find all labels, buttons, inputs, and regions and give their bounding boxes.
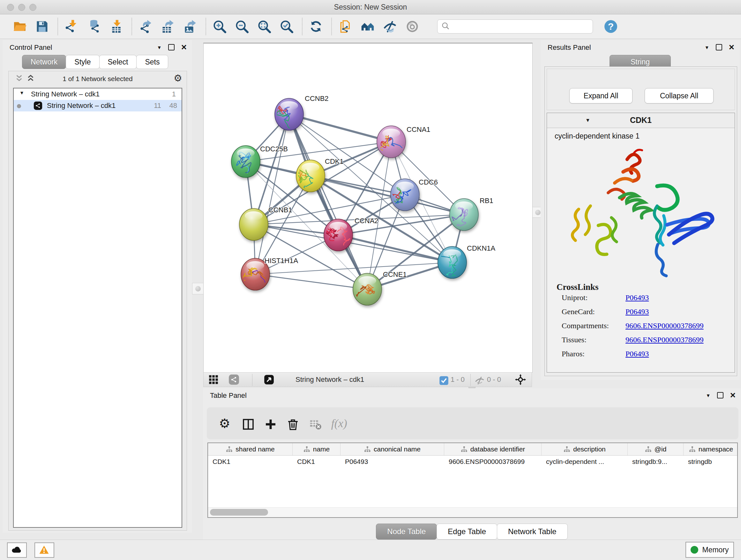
zoom-fit-button[interactable] <box>256 18 273 35</box>
float-panel-icon[interactable] <box>716 44 722 51</box>
column-header-canonical-name[interactable]: canonical name <box>340 443 444 455</box>
toolbar-separator <box>470 374 471 386</box>
table-horizontal-scrollbar[interactable] <box>208 507 737 517</box>
close-panel-icon[interactable]: ✕ <box>729 44 735 51</box>
crosslinks-list: Uniprot:P06493GeneCard:P06493Compartment… <box>562 294 735 358</box>
delete-column-icon[interactable] <box>286 418 297 429</box>
search-box[interactable] <box>437 19 593 34</box>
network-node-CCNE1[interactable] <box>350 273 382 305</box>
cloud-status-button[interactable] <box>7 543 27 558</box>
group-nodes-button[interactable] <box>359 18 376 35</box>
network-tab-content: 1 of 1 Network selected ⚙ ▼ String Netwo… <box>8 71 187 531</box>
table-toolbar: ⚙ f(x) <box>207 408 738 439</box>
import-table-button[interactable] <box>108 18 125 35</box>
crosslink-value-link[interactable]: 9606.ENSP00000378699 <box>625 335 735 344</box>
left-splitter-handle[interactable] <box>192 283 204 294</box>
column-header-namespace[interactable]: namespace <box>684 443 738 455</box>
hide-selected-button[interactable] <box>382 18 398 35</box>
crosslink-value-link[interactable]: 9606.ENSP00000378699 <box>625 321 735 330</box>
crosslink-label: Pharos: <box>562 350 625 358</box>
show-grid-icon[interactable] <box>208 374 219 385</box>
network-node-CDC25B[interactable] <box>231 145 260 178</box>
tab-edge-table[interactable]: Edge Table <box>436 523 497 540</box>
expand-all-button[interactable]: Expand All <box>569 88 632 104</box>
close-panel-icon[interactable]: ✕ <box>730 392 736 398</box>
network-edge-CCNB2-CCNE1[interactable] <box>289 114 367 289</box>
apply-layout-button[interactable] <box>308 18 324 35</box>
table-header-row: shared namenamecanonical namedatabase id… <box>208 443 737 455</box>
toolbar-separator <box>331 18 332 35</box>
import-network-from-database-button[interactable] <box>85 18 102 35</box>
delete-table-icon-disabled <box>309 418 320 429</box>
tab-network-table[interactable]: Network Table <box>497 523 568 540</box>
collapse-all-button[interactable]: Collapse All <box>645 88 714 104</box>
network-edge-CCNA2-CDKN1A[interactable] <box>338 235 452 262</box>
network-node-CCNA1[interactable] <box>377 126 406 158</box>
warnings-button[interactable] <box>35 543 54 558</box>
main-toolbar: ? <box>0 14 741 39</box>
table-cell: stringdb:9... <box>628 455 684 468</box>
column-header-name[interactable]: name <box>293 443 340 455</box>
panel-menu-icon[interactable]: ▼ <box>706 393 711 398</box>
tab-sets[interactable]: Sets <box>136 55 168 69</box>
column-header-shared-name[interactable]: shared name <box>208 443 293 455</box>
tab-network[interactable]: Network <box>22 55 66 69</box>
zoom-out-button[interactable] <box>233 18 250 35</box>
crosslink-value-link[interactable]: P06493 <box>625 307 735 316</box>
crosslink-value-link[interactable]: P06493 <box>625 350 735 358</box>
fit-selection-icon[interactable] <box>515 374 526 385</box>
table-cell: CDK1 <box>208 455 293 468</box>
zoom-selected-button[interactable] <box>278 18 295 35</box>
gene-section-cdk1: ▼ CDK1 cyclin-dependent kinase 1 <box>547 113 735 373</box>
crosslink-value-link[interactable]: P06493 <box>625 294 735 302</box>
selected-nodes-checkbox[interactable] <box>439 375 449 386</box>
panel-menu-icon[interactable]: ▼ <box>704 45 710 50</box>
table-body: CDK1CDK1P064939606.ENSP00000378699cyclin… <box>208 455 737 468</box>
import-network-button[interactable] <box>63 18 80 35</box>
table-row[interactable]: CDK1CDK1P064939606.ENSP00000378699cyclin… <box>208 455 737 468</box>
close-panel-icon[interactable]: ✕ <box>181 44 187 51</box>
show-hidden-button[interactable] <box>404 18 421 35</box>
tab-select[interactable]: Select <box>99 55 137 69</box>
network-edge-count: 48 <box>170 102 177 110</box>
tab-style[interactable]: Style <box>66 55 99 69</box>
column-header-description[interactable]: description <box>542 443 628 455</box>
network-node-CCNA2[interactable] <box>324 219 353 251</box>
network-edge-CCNB2-HIST1H1A[interactable] <box>255 114 289 274</box>
node-label-CDK1: CDK1 <box>325 158 344 165</box>
node-label-HIST1H1A: HIST1H1A <box>265 257 298 265</box>
panel-menu-icon[interactable]: ▼ <box>157 45 162 50</box>
float-panel-icon[interactable] <box>168 44 175 51</box>
hidden-nodes-icon[interactable] <box>474 375 485 386</box>
float-panel-icon[interactable] <box>717 392 724 398</box>
scrollbar-thumb[interactable] <box>210 509 268 516</box>
open-session-button[interactable] <box>11 18 28 35</box>
export-table-button[interactable] <box>159 18 176 35</box>
network-collection-row[interactable]: ▼ String Network – cdk1 1 <box>14 88 182 100</box>
network-node-RB1[interactable] <box>446 199 478 239</box>
first-neighbors-button[interactable] <box>337 18 354 35</box>
network-view[interactable]: CCNB2CCNA1CDC25BCDK1CDC6RB1CCNB1CCNA2CDK… <box>203 43 533 373</box>
network-node-CCNB1[interactable] <box>239 208 268 240</box>
collection-count: 1 <box>172 90 176 98</box>
column-header-database-identifier[interactable]: database identifier <box>444 443 542 455</box>
search-input[interactable] <box>452 22 593 31</box>
save-session-button[interactable] <box>34 18 51 35</box>
collection-expand-icon[interactable]: ▼ <box>19 90 24 96</box>
add-column-icon[interactable] <box>264 418 275 429</box>
memory-button[interactable]: Memory <box>685 542 734 558</box>
export-image-button[interactable] <box>182 18 199 35</box>
table-options-gear-icon[interactable]: ⚙ <box>219 417 230 430</box>
show-columns-icon[interactable] <box>242 418 253 429</box>
tab-node-table[interactable]: Node Table <box>376 523 437 540</box>
export-network-button[interactable] <box>137 18 154 35</box>
network-options-gear-icon[interactable]: ⚙ <box>174 72 182 84</box>
birds-eye-view-icon[interactable] <box>264 374 274 385</box>
gene-section-header[interactable]: ▼ CDK1 <box>547 113 735 128</box>
node-label-CDKN1A: CDKN1A <box>467 244 495 252</box>
network-edge-HIST1H1A-CCNE1[interactable] <box>255 274 367 289</box>
network-row-selected[interactable]: String Network – cdk1 11 48 <box>14 100 182 111</box>
zoom-in-button[interactable] <box>211 18 228 35</box>
help-button[interactable]: ? <box>603 18 619 35</box>
column-header-@id[interactable]: @id <box>628 443 684 455</box>
